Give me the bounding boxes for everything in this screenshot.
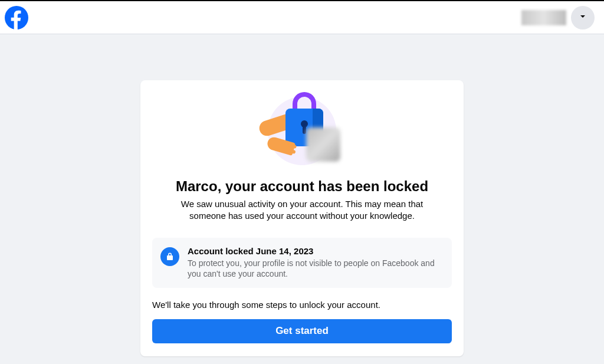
user-chip-blurred[interactable] xyxy=(521,10,566,25)
notice-description: To protect you, your profile is not visi… xyxy=(188,258,442,280)
header-left xyxy=(5,6,28,29)
caret-down-icon xyxy=(579,12,587,23)
illustration-wrap xyxy=(152,92,452,168)
account-menu-button[interactable] xyxy=(571,6,595,29)
facebook-logo-icon[interactable] xyxy=(5,6,28,29)
lock-icon xyxy=(160,247,179,266)
stage: Marco, your account has been locked We s… xyxy=(0,34,604,356)
card-subtitle: We saw unusual activity on your account.… xyxy=(152,198,452,222)
steps-text: We'll take you through some steps to unl… xyxy=(152,300,452,310)
notice-box: Account locked June 14, 2023 To protect … xyxy=(152,238,452,288)
card-title: Marco, your account has been locked xyxy=(152,178,452,195)
avatar-blurred-icon xyxy=(306,127,340,162)
notice-title: Account locked June 14, 2023 xyxy=(188,246,442,256)
header-bar xyxy=(0,1,604,34)
notice-body: Account locked June 14, 2023 To protect … xyxy=(188,246,442,280)
account-locked-card: Marco, your account has been locked We s… xyxy=(140,80,464,356)
header-right xyxy=(521,6,595,29)
get-started-button[interactable]: Get started xyxy=(152,319,452,343)
lock-illustration xyxy=(264,92,340,168)
